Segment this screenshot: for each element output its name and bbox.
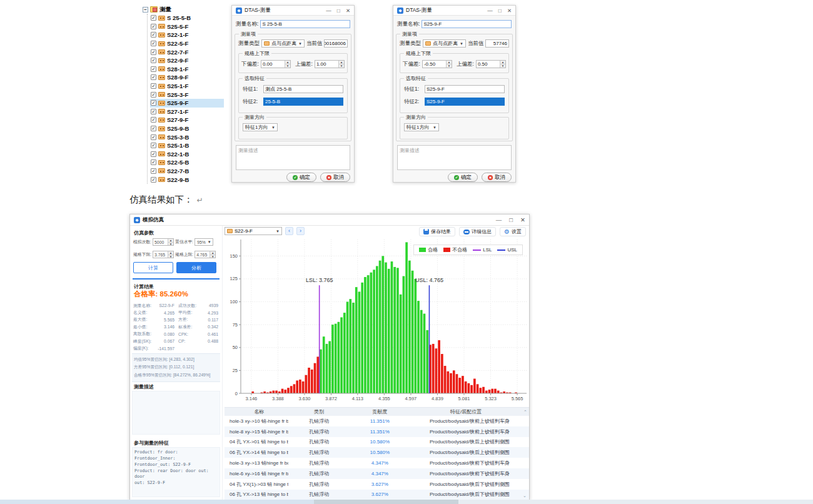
- checkbox-checked[interactable]: ✓: [151, 41, 156, 46]
- confidence-dropdown[interactable]: 95%▼: [194, 238, 213, 246]
- tree-item[interactable]: ✓S25-3-B: [150, 133, 224, 141]
- checkbox-checked[interactable]: ✓: [151, 177, 156, 183]
- tree-item[interactable]: ✓S28-9-F: [150, 73, 224, 82]
- sim-count-spinner[interactable]: 5000▲▼: [153, 238, 174, 246]
- participating-features-box[interactable]: Product: fr door: Frontdoor_Inner: Front…: [132, 447, 220, 497]
- tree-item[interactable]: ✓S 25-5-B: [150, 14, 224, 23]
- maximize-button[interactable]: □: [509, 216, 513, 223]
- ok-button[interactable]: ✔确定: [286, 173, 316, 182]
- ok-button[interactable]: ✔确定: [448, 173, 478, 182]
- tree-item[interactable]: ✓S22-5-B: [150, 158, 224, 167]
- tree-item[interactable]: ✓S25-3-F: [150, 90, 224, 99]
- spec-lower-spinner[interactable]: 3.765▲▼: [153, 251, 174, 258]
- tree-item[interactable]: ✓S25-1-B: [150, 141, 224, 150]
- dialog-titlebar[interactable]: ◆ DTAS-测量 — □ ✕: [393, 6, 515, 16]
- tree-root[interactable]: − 测量: [143, 5, 224, 14]
- tree-item[interactable]: ✓S27-9-F: [150, 116, 224, 124]
- prev-button[interactable]: ‹: [285, 227, 293, 235]
- measure-type-dropdown[interactable]: 点与点距离▼: [423, 39, 466, 48]
- checkbox-checked[interactable]: ✓: [151, 109, 156, 114]
- table-row[interactable]: hole-3 xy->10 销-hinge fr bo...孔销浮动11.351…: [225, 416, 529, 426]
- table-row[interactable]: hole-3 xy->13 销hinge fr bo...孔销浮动4.347%P…: [225, 458, 529, 468]
- tree-item[interactable]: ✓S22-7-F: [150, 48, 224, 56]
- feature1-input[interactable]: 测点 25-5-B: [263, 85, 343, 93]
- cancel-button[interactable]: ✖取消: [482, 173, 512, 182]
- feature1-input[interactable]: S25-9-F: [425, 85, 505, 93]
- calculate-button[interactable]: 计算: [133, 262, 173, 273]
- next-button[interactable]: ›: [296, 227, 305, 235]
- lower-dev-spinner[interactable]: -0.50▲▼: [422, 60, 452, 68]
- checkbox-checked[interactable]: ✓: [151, 74, 156, 80]
- tree-item[interactable]: ✓S22-1-B: [150, 150, 224, 159]
- tree-item[interactable]: ✓S22-1-F: [150, 31, 224, 39]
- details-button[interactable]: 详细信息: [459, 227, 496, 236]
- minimize-button[interactable]: —: [496, 216, 502, 223]
- checkbox-checked[interactable]: ✓: [151, 168, 156, 174]
- minimize-button[interactable]: —: [326, 8, 331, 14]
- dialog-titlebar[interactable]: ◆ DTAS-测量 — □ ✕: [232, 6, 354, 16]
- checkbox-checked[interactable]: ✓: [151, 126, 156, 131]
- tree-item[interactable]: ✓S22-9-B: [150, 175, 224, 184]
- tree-item[interactable]: ✓S25-1-F: [150, 82, 224, 91]
- tree-item[interactable]: ✓S25-9-B: [150, 124, 224, 133]
- tree-item[interactable]: ✓S25-5-F: [150, 23, 224, 31]
- checkbox-checked[interactable]: ✓: [151, 15, 156, 21]
- checkbox-checked[interactable]: ✓: [151, 66, 156, 72]
- table-row[interactable]: hole-8 xy->15 销-hinge fr bo...孔销浮动11.351…: [225, 426, 529, 437]
- upper-dev-spinner[interactable]: 0.50▲▼: [476, 60, 506, 68]
- measure-type-dropdown[interactable]: 点与点距离▼: [261, 39, 305, 48]
- tree-item[interactable]: ✓S27-1-F: [150, 108, 224, 116]
- table-row[interactable]: 06 孔 YX->13 销 hinge to bo...孔销浮动3.627%Pr…: [225, 490, 529, 500]
- settings-button[interactable]: ⚙设置: [500, 227, 526, 236]
- maximize-button[interactable]: □: [498, 8, 502, 14]
- checkbox-checked[interactable]: ✓: [151, 159, 156, 165]
- checkbox-checked[interactable]: ✓: [151, 32, 156, 38]
- close-button[interactable]: ✕: [507, 8, 512, 14]
- feature2-input-selected[interactable]: 25-5-B: [263, 98, 343, 106]
- tree-item[interactable]: ✓S25-9-F: [150, 99, 224, 108]
- table-row[interactable]: 06 孔 YX->14 销 hinge to bo...孔销浮动10.580%P…: [225, 447, 529, 458]
- tree-item[interactable]: ✓S22-9-F: [150, 56, 224, 65]
- direction-dropdown[interactable]: 特征1方向▼: [243, 123, 278, 131]
- measure-desc-textarea[interactable]: 测量描述: [236, 145, 350, 170]
- scrollbar-thumb[interactable]: [314, 500, 458, 504]
- measure-desc-textarea[interactable]: 测量描述: [397, 145, 512, 170]
- lower-dev-spinner[interactable]: 0.00▲▼: [261, 60, 291, 68]
- tree-item[interactable]: ✓S22-5-F: [150, 39, 224, 48]
- feature2-input-selected[interactable]: S25-9-F: [425, 98, 505, 106]
- checkbox-checked[interactable]: ✓: [151, 83, 156, 89]
- table-row[interactable]: 04 孔 YX->01 销 hinge to bo...孔销浮动10.580%P…: [225, 437, 529, 448]
- save-results-button[interactable]: 保存结果: [419, 227, 455, 236]
- checkbox-checked[interactable]: ✓: [151, 134, 156, 140]
- collapse-icon[interactable]: −: [143, 7, 148, 13]
- checkbox-checked[interactable]: ✓: [151, 100, 156, 106]
- measure-name-input[interactable]: S 25-5-B: [260, 20, 350, 28]
- measurement-selector-dropdown[interactable]: S22-9-F▼: [225, 227, 282, 235]
- table-row[interactable]: 04 孔 YX(1)->03 销 hinge to ...孔销浮动3.627%P…: [225, 479, 529, 490]
- table-row[interactable]: hole-6 xy->16 销 hinge fr bo...孔销浮动4.347%…: [225, 468, 529, 479]
- checkbox-checked[interactable]: ✓: [151, 92, 156, 98]
- direction-dropdown[interactable]: 特征1方向▼: [404, 123, 439, 131]
- checkbox-checked[interactable]: ✓: [151, 117, 156, 123]
- upper-dev-spinner[interactable]: 1.00▲▼: [315, 60, 345, 68]
- minimize-button[interactable]: —: [487, 8, 493, 14]
- close-button[interactable]: ✕: [520, 216, 525, 223]
- sim-titlebar[interactable]: ◆ 模拟仿真 — □ ✕: [130, 214, 529, 226]
- measure-name-input[interactable]: S25-9-F: [422, 20, 512, 28]
- spec-upper-spinner[interactable]: 4.765▲▼: [194, 251, 216, 258]
- checkbox-checked[interactable]: ✓: [151, 58, 156, 63]
- close-button[interactable]: ✕: [346, 8, 350, 14]
- checkbox-checked[interactable]: ✓: [151, 151, 156, 157]
- checkbox-checked[interactable]: ✓: [151, 24, 156, 29]
- maximize-button[interactable]: □: [337, 8, 340, 14]
- checkbox-checked[interactable]: ✓: [151, 143, 156, 148]
- measure-desc-box[interactable]: [132, 391, 220, 435]
- analyze-button[interactable]: 分析: [176, 262, 216, 273]
- tree-item[interactable]: ✓S28-1-F: [150, 65, 224, 74]
- checkbox-checked[interactable]: ✓: [151, 49, 156, 55]
- scroll-down-icon[interactable]: ⌄: [521, 493, 528, 498]
- scroll-up-icon[interactable]: ⌃: [522, 410, 529, 415]
- tree-item[interactable]: ✓S22-7-B: [150, 167, 224, 176]
- cancel-button[interactable]: ✖取消: [320, 173, 350, 182]
- horizontal-scrollbar[interactable]: [0, 500, 813, 504]
